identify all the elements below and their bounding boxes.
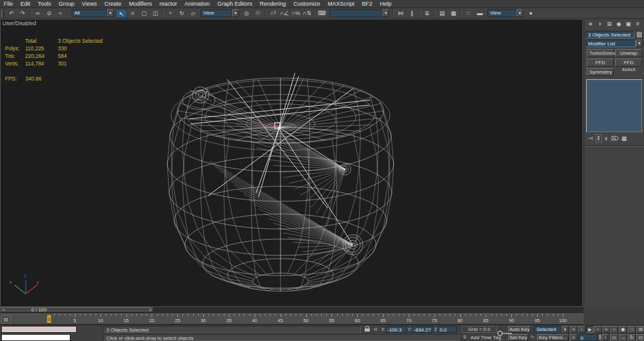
tab-modify-icon[interactable]: ◗	[596, 20, 604, 29]
maxscript-listener-macro-line[interactable]	[1, 326, 77, 333]
chevron-down-icon[interactable]: ▼	[562, 326, 569, 333]
zoom-extents-all-icon[interactable]: ⊞	[636, 326, 644, 333]
select-and-scale-icon[interactable]: ▱	[187, 9, 199, 18]
time-slider-prev-icon[interactable]: <	[3, 308, 5, 313]
angle-snap-toggle-icon[interactable]: ∩∠	[279, 9, 290, 18]
next-frame-icon[interactable]: ›	[594, 326, 602, 333]
menu-help[interactable]: Help	[376, 0, 396, 8]
play-icon[interactable]: ▶	[586, 326, 594, 333]
selection-filter-dropdown[interactable]: All▼	[72, 9, 114, 17]
coord-field-z[interactable]: 0.0	[438, 326, 457, 333]
menu-maxscript[interactable]: MAXScript	[324, 0, 358, 8]
previous-frame-icon[interactable]: ‹	[578, 326, 586, 333]
chevron-down-icon[interactable]: ▼	[382, 9, 389, 17]
tab-hierarchy-icon[interactable]: ⊞	[605, 20, 614, 29]
zoom-icon[interactable]: ○	[610, 326, 618, 333]
chevron-down-icon[interactable]: ▼	[107, 9, 114, 17]
tab-display-icon[interactable]: ▣	[624, 20, 633, 29]
modifier-button-ffd-2x2x2[interactable]: FFD 2x2x2	[587, 59, 614, 67]
menu-group[interactable]: Group	[55, 0, 78, 8]
current-frame-marker[interactable]: 0	[47, 315, 52, 323]
mini-curve-editor-button[interactable]: ▤	[1, 315, 11, 323]
remove-modifier-icon[interactable]: ⌦	[611, 135, 619, 142]
zoom-extents-icon[interactable]: □	[628, 326, 636, 333]
chevron-down-icon[interactable]: ▼	[516, 9, 523, 17]
time-slider-track[interactable]: < 0 / 100 >	[0, 307, 584, 313]
use-pivot-point-center-icon[interactable]: ◎	[241, 9, 252, 18]
make-unique-icon[interactable]: ∨	[604, 135, 609, 142]
select-and-manipulate-icon[interactable]: ☉	[252, 9, 264, 18]
current-frame-field[interactable]: 0	[579, 334, 597, 341]
viewport-label[interactable]: User/Disabled	[3, 20, 36, 26]
select-and-move-icon[interactable]: +	[165, 9, 176, 18]
undo-icon[interactable]: ↶	[6, 9, 17, 18]
key-filters-button[interactable]: Key Filters...	[537, 334, 569, 341]
chevron-down-icon[interactable]: ▼	[232, 9, 239, 17]
auto-key-button[interactable]: Auto Key	[508, 326, 531, 333]
schematic-view-icon[interactable]: ▦	[448, 9, 459, 18]
keyboard-shortcut-override-icon[interactable]: ⌨	[316, 9, 328, 18]
zoom-all-icon[interactable]: ◉	[619, 326, 627, 333]
object-color-swatch[interactable]	[636, 31, 643, 38]
curve-editor-icon[interactable]: ▤	[436, 9, 448, 18]
track-bar[interactable]: ▤ 51015202530354045505560657075808590951…	[0, 313, 584, 325]
key-mode-toggle-button[interactable]: «	[570, 334, 577, 341]
time-configuration-button[interactable]: ◔	[602, 334, 608, 341]
key-filter-curve-icon[interactable]: ∿	[530, 334, 535, 340]
menu-animation[interactable]: Animation	[180, 0, 213, 8]
show-end-result-icon[interactable]: ‖	[596, 134, 602, 143]
pin-stack-icon[interactable]: ⊣	[588, 135, 593, 142]
set-key-button[interactable]: Set Key	[508, 334, 528, 341]
window-crossing-icon[interactable]: ◫	[150, 9, 161, 18]
spinner-snap-toggle-icon[interactable]: ∩⇅	[301, 9, 313, 18]
selection-lock-icon[interactable]	[365, 328, 370, 332]
menu-file[interactable]: File	[0, 0, 17, 8]
key-mode-dropdown[interactable]: Selected ▼	[534, 326, 569, 333]
bind-to-space-warp-icon[interactable]: ≈	[55, 9, 66, 18]
menu-create[interactable]: Create	[101, 0, 125, 8]
menu-graph-editors[interactable]: Graph Editors	[214, 0, 257, 8]
modifier-button-unwrap-uvw[interactable]: Unwrap UVW	[615, 49, 642, 57]
menu-rendering[interactable]: Rendering	[256, 0, 290, 8]
render-setup-icon[interactable]: ▬	[474, 9, 486, 18]
arc-rotate-icon[interactable]: ↻	[628, 334, 636, 341]
select-and-rotate-icon[interactable]: ↻	[176, 9, 187, 18]
coord-field-x[interactable]: -100.3	[386, 326, 407, 333]
menu-reactor[interactable]: reactor	[155, 0, 180, 8]
unlink-selection-icon[interactable]: ⊘	[43, 9, 55, 18]
named-selection-sets-dropdown[interactable]: ▼	[330, 9, 389, 17]
align-icon[interactable]: ∥	[406, 9, 418, 18]
configure-modifier-sets-icon[interactable]: ▦	[621, 135, 627, 142]
snap-toggle-3d-icon[interactable]: ∩³	[267, 9, 279, 18]
modifier-button-ffd-4x4x4[interactable]: FFD 4x4x4	[615, 59, 642, 67]
menu-bf2[interactable]: BF2	[358, 0, 377, 8]
tab-create-icon[interactable]: ∗	[586, 20, 595, 29]
coord-field-y[interactable]: -634.27	[412, 326, 433, 333]
zoom-region-icon[interactable]: ▭	[610, 334, 618, 341]
percent-snap-toggle-icon[interactable]: ∩%	[290, 9, 301, 18]
menu-edit[interactable]: Edit	[17, 0, 35, 8]
menu-views[interactable]: Views	[78, 0, 101, 8]
select-by-name-icon[interactable]: ≡	[127, 9, 138, 18]
select-and-link-icon[interactable]: ∞	[32, 9, 43, 18]
maximize-viewport-icon[interactable]: ⊡	[636, 334, 644, 341]
menu-modifiers[interactable]: Modifiers	[125, 0, 156, 8]
tab-utilities-icon[interactable]: #	[633, 20, 642, 29]
material-editor-icon[interactable]: ∷	[463, 9, 474, 18]
chevron-down-icon[interactable]: ▼	[636, 40, 643, 47]
object-name-field[interactable]: 3 Objects Selected	[586, 31, 635, 38]
time-tag-icon[interactable]: ⇅	[463, 335, 467, 340]
render-type-dropdown[interactable]: View▼	[487, 9, 523, 17]
modifier-list-dropdown[interactable]: Modifier List	[586, 40, 636, 47]
modifier-stack-list[interactable]	[586, 79, 642, 132]
rectangular-selection-region-icon[interactable]: ▢	[138, 9, 150, 18]
maxscript-listener-script-line[interactable]	[1, 334, 70, 341]
modifier-button-symmetry[interactable]: Symmetry	[587, 68, 614, 76]
menu-tools[interactable]: Tools	[34, 0, 55, 8]
select-object-icon[interactable]: ↖	[116, 9, 127, 18]
pan-icon[interactable]: ↔	[619, 334, 627, 341]
reference-coordinate-dropdown[interactable]: View▼	[201, 9, 239, 17]
go-to-end-icon[interactable]: »	[602, 326, 610, 333]
redo-icon[interactable]: ↷	[17, 9, 28, 18]
menu-customize[interactable]: Customize	[290, 0, 325, 8]
